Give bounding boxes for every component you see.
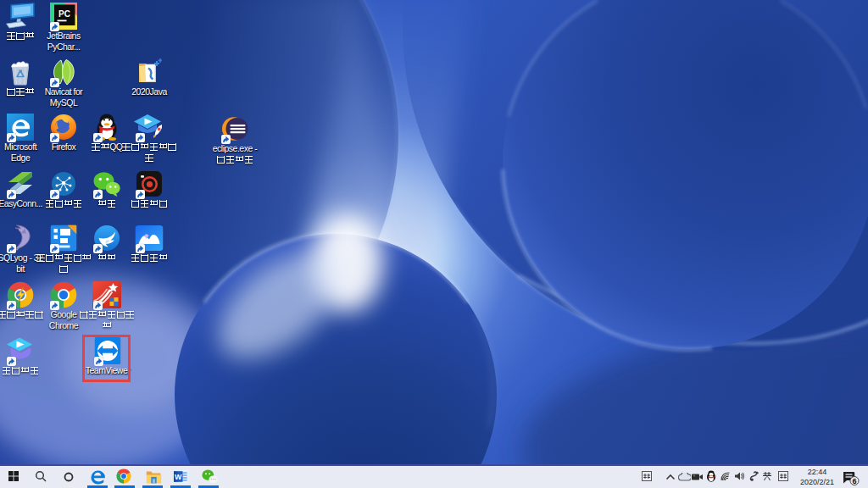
svg-text:PC: PC xyxy=(58,9,70,19)
svg-text:6: 6 xyxy=(852,477,856,485)
svg-text:W: W xyxy=(175,472,182,480)
